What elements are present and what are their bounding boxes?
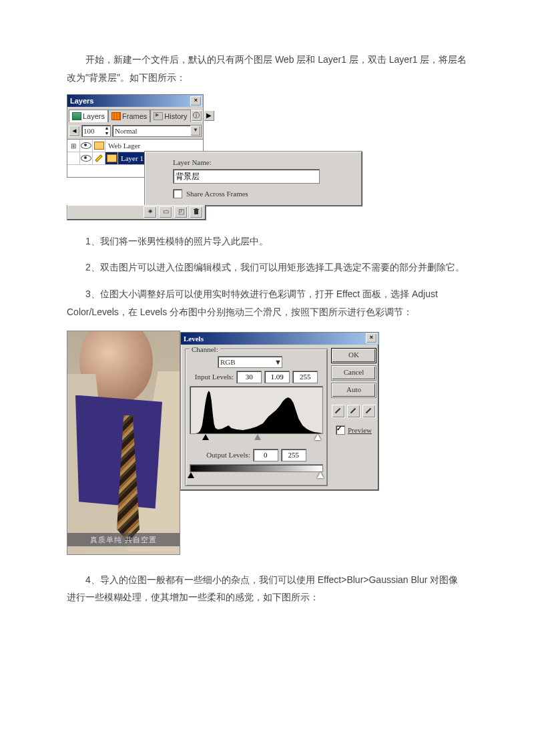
tab-history[interactable]: History bbox=[150, 110, 190, 122]
midtone-slider[interactable] bbox=[254, 434, 261, 440]
channel-select[interactable]: RGB ▼ bbox=[218, 356, 282, 368]
levels-dialog: Levels × Channel: RGB ▼ Input Levels: bbox=[180, 332, 379, 491]
dropdown-icon[interactable]: ▼ bbox=[274, 358, 282, 366]
step-4: 4、导入的位图一般都有一些细小的杂点，我们可以使用 Effect>Blur>Ga… bbox=[67, 571, 467, 606]
output-high-field[interactable] bbox=[281, 449, 306, 461]
levels-titlebar[interactable]: Levels × bbox=[181, 333, 378, 345]
output-highlight-slider[interactable] bbox=[317, 472, 324, 478]
step-3: 3、位图大小调整好后可以使用实时特效进行色彩调节，打开 Effect 面板，选择… bbox=[67, 285, 467, 321]
visibility-icon[interactable] bbox=[81, 155, 91, 162]
folder-icon bbox=[94, 142, 104, 150]
spinner-arrows-icon[interactable]: ▴▾ bbox=[103, 126, 110, 136]
eyedropper-white-icon[interactable] bbox=[362, 405, 376, 418]
step-1: 1、我们将一张男性模特的照片导入此层中。 bbox=[67, 232, 467, 250]
preview-label: Preview bbox=[348, 426, 372, 434]
trash-icon[interactable] bbox=[190, 206, 203, 218]
expand-icon[interactable]: ⊞ bbox=[71, 155, 76, 162]
ok-button[interactable]: OK bbox=[332, 349, 376, 363]
highlight-slider[interactable] bbox=[314, 434, 321, 440]
layers-title: Layers bbox=[70, 95, 93, 107]
layer-name-input[interactable] bbox=[173, 169, 320, 184]
eyedropper-black-icon[interactable] bbox=[332, 405, 345, 418]
new-sublayer-icon[interactable]: ◰ bbox=[174, 206, 188, 218]
visibility-icon[interactable] bbox=[81, 142, 91, 149]
cancel-button[interactable]: Cancel bbox=[332, 366, 376, 380]
model-photo: 真质单纯 共自空置 bbox=[67, 331, 180, 555]
expand-icon[interactable]: ⊞ bbox=[71, 142, 76, 150]
frames-icon bbox=[111, 112, 121, 120]
close-icon[interactable]: × bbox=[366, 333, 377, 343]
levels-figure: 真质单纯 共自空置 Levels × Channel: RGB ▼ bbox=[67, 331, 467, 555]
output-levels-label: Output Levels: bbox=[206, 451, 250, 459]
input-low-field[interactable] bbox=[236, 371, 262, 383]
output-low-field[interactable] bbox=[253, 449, 278, 461]
input-levels-label: Input Levels: bbox=[195, 373, 234, 381]
edit-icon bbox=[95, 155, 102, 162]
paragraph-1: 开始，新建一个文件后，默认的只有两个图层 Web 层和 Layer1 层，双击 … bbox=[67, 51, 467, 86]
step-2: 2、双击图片可以进入位图编辑模式，我们可以用矩形选择工具选定不需要的部分并删除它… bbox=[67, 258, 467, 276]
input-sliders[interactable] bbox=[190, 434, 322, 442]
output-shadow-slider[interactable] bbox=[188, 472, 194, 478]
tab-frames[interactable]: Frames bbox=[108, 110, 150, 122]
new-bitmap-icon[interactable]: ✷ bbox=[144, 206, 157, 218]
input-mid-field[interactable] bbox=[264, 371, 290, 383]
info-button[interactable]: ⓘ bbox=[191, 110, 202, 122]
share-frames-label: Share Across Frames bbox=[186, 190, 248, 198]
output-gradient bbox=[190, 464, 323, 472]
share-frames-checkbox[interactable] bbox=[173, 189, 182, 198]
layers-footer: ✷ ▭ ◰ bbox=[67, 205, 206, 220]
preview-checkbox[interactable] bbox=[336, 425, 345, 435]
photo-caption: 真质单纯 共自空置 bbox=[67, 533, 180, 546]
blend-mode-select[interactable]: Normal ▼ bbox=[112, 125, 202, 137]
prev-arrow-icon[interactable]: ◄ bbox=[69, 126, 80, 137]
layers-titlebar[interactable]: Layers × bbox=[67, 95, 203, 107]
folder-icon bbox=[107, 154, 117, 162]
levels-main-group: Channel: RGB ▼ Input Levels: bbox=[185, 349, 328, 486]
channel-label: Channel: bbox=[190, 345, 220, 353]
rename-layer-dialog: Layer Name: Share Across Frames bbox=[144, 151, 362, 206]
history-icon bbox=[154, 112, 163, 120]
layers-icon bbox=[72, 112, 81, 120]
opacity-spinner[interactable]: 100 ▴▾ bbox=[81, 125, 111, 137]
layer-name-label: Layer Name: bbox=[173, 158, 353, 166]
output-sliders[interactable] bbox=[190, 472, 322, 480]
layers-panel-figure: Layers × Layers Frames History ⓘ bbox=[67, 94, 467, 220]
new-layer-icon[interactable]: ▭ bbox=[159, 206, 172, 218]
histogram bbox=[190, 386, 323, 434]
close-icon[interactable]: × bbox=[190, 96, 202, 106]
eyedropper-gray-icon[interactable] bbox=[347, 405, 360, 418]
input-high-field[interactable] bbox=[292, 371, 318, 383]
menu-arrow-icon[interactable]: ▶ bbox=[204, 110, 215, 122]
auto-button[interactable]: Auto bbox=[332, 383, 376, 397]
tab-layers[interactable]: Layers bbox=[69, 110, 108, 122]
shadow-slider[interactable] bbox=[202, 434, 209, 440]
dropdown-icon[interactable]: ▼ bbox=[190, 126, 201, 136]
svg-marker-0 bbox=[190, 391, 322, 433]
